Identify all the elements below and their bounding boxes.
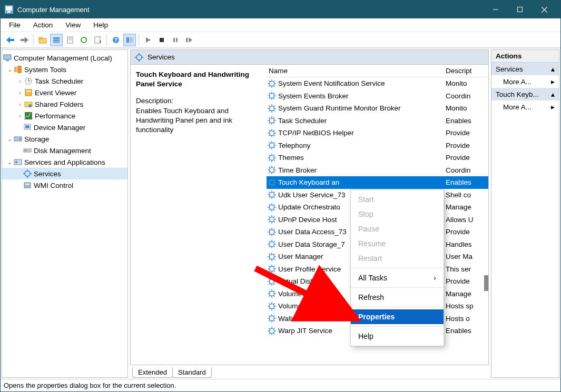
vertical-scrollbar-thumb[interactable] <box>484 275 488 291</box>
svg-point-68 <box>270 94 274 98</box>
menu-view[interactable]: View <box>59 20 87 30</box>
show-hide-button[interactable] <box>123 34 136 46</box>
close-button[interactable] <box>532 2 556 17</box>
collapse-icon[interactable]: ⌄ <box>6 159 13 166</box>
expand-icon[interactable]: › <box>17 101 23 107</box>
service-row[interactable]: System Guard Runtime Monitor BrokerMonit… <box>267 102 488 115</box>
gear-icon <box>268 228 276 236</box>
service-row[interactable]: Time BrokerCoordin <box>267 164 488 177</box>
view-details-button[interactable] <box>50 34 63 46</box>
tree-performance[interactable]: Performance <box>35 112 75 120</box>
column-header-name[interactable]: Name <box>267 67 446 75</box>
tree-system-tools[interactable]: System Tools <box>24 66 66 74</box>
tree-services[interactable]: Services <box>34 170 61 178</box>
service-name-cell: Volume Shadow Co <box>278 290 341 298</box>
svg-line-245 <box>274 333 275 334</box>
tree-root[interactable]: Computer Management (Local) <box>14 54 112 62</box>
help-button[interactable]: ? <box>110 34 122 46</box>
service-row[interactable]: System Event Notification ServiceMonito <box>267 77 488 90</box>
ctx-all-tasks[interactable]: All Tasks› <box>351 270 444 285</box>
minimize-button[interactable] <box>484 2 508 17</box>
svg-line-66 <box>274 81 275 82</box>
svg-line-238 <box>269 320 270 321</box>
menubar: File Action View Help <box>1 18 560 32</box>
column-header-description[interactable]: Descript <box>446 67 488 75</box>
svg-line-112 <box>269 147 270 148</box>
svg-rect-35 <box>26 91 31 92</box>
tree-storage[interactable]: Storage <box>24 135 49 143</box>
svg-line-129 <box>274 167 275 168</box>
export-button[interactable] <box>91 34 104 46</box>
service-row[interactable]: Task SchedulerEnables <box>267 115 488 127</box>
ctx-properties[interactable]: Properties <box>351 309 444 324</box>
actions-more-1[interactable]: More A...▸ <box>491 75 559 88</box>
service-name-cell: WalletService <box>278 315 321 323</box>
menu-help[interactable]: Help <box>87 20 114 30</box>
tree-task-scheduler[interactable]: Task Scheduler <box>35 77 83 85</box>
navigation-tree[interactable]: Computer Management (Local) ⌄System Tool… <box>2 49 128 378</box>
svg-line-85 <box>269 110 270 111</box>
svg-line-235 <box>269 316 270 317</box>
back-button[interactable] <box>4 34 17 46</box>
svg-line-139 <box>269 184 270 185</box>
actions-section-services[interactable]: Services▴ <box>491 63 559 75</box>
stop-service-button[interactable] <box>155 34 168 46</box>
expand-icon[interactable]: › <box>17 113 23 119</box>
svg-point-221 <box>270 304 274 308</box>
svg-rect-38 <box>25 112 32 119</box>
expand-icon[interactable]: › <box>17 78 23 84</box>
tree-disk-management[interactable]: Disk Management <box>34 147 91 155</box>
actions-section-selected[interactable]: Touch Keyb...▴ <box>491 88 559 100</box>
svg-point-167 <box>270 229 274 234</box>
svg-rect-25 <box>176 38 178 42</box>
tree-event-viewer[interactable]: Event Viewer <box>35 89 76 97</box>
tab-extended[interactable]: Extended <box>132 367 173 378</box>
svg-line-92 <box>274 123 275 124</box>
collapse-icon[interactable]: ⌄ <box>6 136 13 143</box>
forward-button[interactable] <box>18 34 31 46</box>
detail-desc-text: Enables Touch Keyboard and Handwriting P… <box>136 106 261 135</box>
tree-device-manager[interactable]: Device Manager <box>34 124 85 132</box>
ctx-restart[interactable]: Restart <box>351 251 444 266</box>
svg-point-42 <box>19 138 21 140</box>
svg-line-83 <box>274 110 275 111</box>
svg-line-217 <box>269 291 270 292</box>
export-list-button[interactable] <box>64 34 76 46</box>
tab-standard[interactable]: Standard <box>172 367 212 378</box>
service-row[interactable]: Touch Keyboard anEnables <box>267 176 488 189</box>
actions-more-2[interactable]: More A...▸ <box>491 100 559 113</box>
ctx-start[interactable]: Start <box>351 192 444 207</box>
svg-rect-48 <box>27 169 28 172</box>
statusbar: Opens the properties dialog box for the … <box>1 379 560 391</box>
svg-rect-23 <box>160 38 164 42</box>
service-row[interactable]: TCP/IP NetBIOS HelperProvide <box>267 127 488 139</box>
service-name-cell: System Guard Runtime Monitor Broker <box>278 104 401 112</box>
restart-service-button[interactable] <box>183 34 195 46</box>
ctx-stop[interactable]: Stop <box>351 207 444 222</box>
svg-line-192 <box>274 254 275 255</box>
menu-action[interactable]: Action <box>27 20 60 30</box>
gear-icon <box>268 154 276 162</box>
gear-icon <box>268 79 276 88</box>
start-service-button[interactable] <box>142 34 154 46</box>
ctx-pause[interactable]: Pause <box>351 222 444 236</box>
collapse-icon[interactable]: ⌄ <box>6 66 13 73</box>
ctx-refresh[interactable]: Refresh <box>351 290 444 305</box>
expand-icon[interactable]: › <box>17 89 23 96</box>
pause-service-button[interactable] <box>169 34 182 46</box>
svg-rect-21 <box>126 37 129 43</box>
folder-button[interactable] <box>36 34 49 46</box>
menu-file[interactable]: File <box>3 20 27 30</box>
refresh-button[interactable] <box>77 34 90 46</box>
service-row[interactable]: ThemesProvide <box>267 152 488 164</box>
tree-wmi-control[interactable]: WMI Control <box>34 182 73 189</box>
ctx-resume[interactable]: Resume <box>351 236 444 251</box>
svg-point-149 <box>270 205 274 209</box>
service-row[interactable]: System Events BrokerCoordin <box>267 90 488 103</box>
ctx-help[interactable]: Help <box>351 329 444 344</box>
event-viewer-icon <box>24 88 33 97</box>
tree-services-apps[interactable]: Services and Applications <box>24 158 105 166</box>
tree-shared-folders[interactable]: Shared Folders <box>35 100 83 108</box>
maximize-button[interactable] <box>508 2 532 17</box>
service-row[interactable]: TelephonyProvide <box>267 139 488 152</box>
